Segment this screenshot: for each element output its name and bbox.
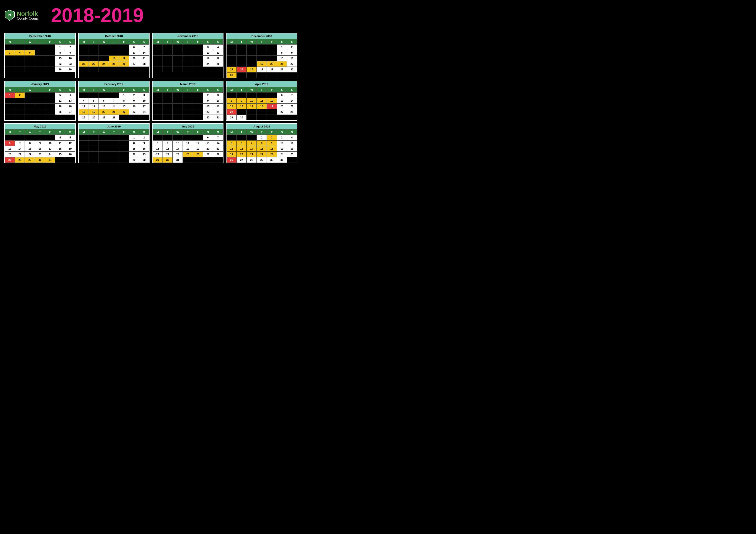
calendar-day: 10	[277, 140, 287, 146]
calendar-day: 22	[287, 61, 297, 67]
calendar-day: 29	[25, 157, 35, 163]
calendar-day: 8	[25, 140, 35, 146]
calendar-day	[5, 115, 15, 120]
calendar-day: 29	[257, 157, 267, 163]
calendar-day	[109, 135, 119, 140]
calendar-day: 28	[139, 61, 149, 67]
calendar-day: 2	[65, 44, 75, 50]
day-header: T	[109, 39, 119, 44]
calendar-day: 21	[277, 61, 287, 67]
calendar-day: 8	[277, 50, 287, 56]
calendar-grid-mar2019: MTWTFSS23910161723243031	[152, 87, 223, 120]
calendar-day: 27	[277, 109, 287, 115]
calendar-day: 25	[79, 115, 89, 120]
calendar-day: 22	[79, 61, 89, 67]
calendar-day	[119, 157, 129, 163]
calendar-day	[227, 135, 237, 140]
calendar-day: 24	[173, 152, 183, 157]
day-header: S	[55, 39, 65, 44]
day-header: F	[267, 39, 277, 44]
day-header: S	[139, 39, 149, 44]
calendar-day: 9	[163, 140, 173, 146]
calendar-day: 24	[213, 109, 223, 115]
calendar-day	[5, 135, 15, 140]
calendar-day: 3	[139, 92, 149, 98]
calendar-day: 20	[129, 56, 139, 61]
day-header: M	[227, 39, 237, 44]
calendar-day: 28	[213, 152, 223, 157]
calendar-day: 14	[247, 146, 257, 152]
calendar-day: 6	[5, 140, 15, 146]
calendar-day	[89, 157, 99, 163]
day-header: W	[25, 129, 35, 135]
calendar-day	[183, 50, 193, 56]
day-header: T	[163, 87, 173, 92]
calendar-day: 7	[213, 135, 223, 140]
calendar-day	[25, 56, 35, 61]
calendar-day	[5, 109, 15, 115]
calendar-day	[45, 115, 55, 120]
calendar-day	[183, 104, 193, 109]
calendar-day: 17	[277, 146, 287, 152]
calendar-day	[15, 44, 25, 50]
calendar-day: 2	[287, 44, 297, 50]
calendar-day: 13	[203, 140, 213, 146]
calendar-day	[35, 44, 45, 50]
calendar-day	[79, 157, 89, 163]
calendar-day	[173, 50, 183, 56]
calendar-grid-nov2018: MTWTFSS34101117182425	[152, 39, 223, 72]
calendar-day: 25	[213, 61, 223, 67]
calendar-day	[15, 67, 25, 72]
calendar-oct2018: October 2018MTWTFSS671314181920212223242…	[78, 33, 149, 78]
calendar-jan2019: January 2019MTWTFSS1256121319202627	[4, 81, 76, 121]
calendar-day	[119, 44, 129, 50]
calendar-day: 30	[139, 157, 149, 163]
calendar-day: 12	[193, 140, 203, 146]
day-header: M	[227, 129, 237, 135]
calendar-day: 20	[65, 104, 75, 109]
calendar-day: 24	[45, 152, 55, 157]
calendar-day: 21	[287, 104, 297, 109]
calendar-day	[99, 157, 109, 163]
calendar-title-jul2019: July 2019	[152, 124, 223, 129]
day-header: F	[267, 87, 277, 92]
calendar-apr2019: April 2019MTWTFSS67891011121314151617181…	[226, 81, 297, 121]
calendar-day	[119, 152, 129, 157]
calendar-day	[45, 98, 55, 104]
day-header: W	[99, 87, 109, 92]
calendar-day	[183, 56, 193, 61]
calendar-day: 2	[139, 135, 149, 140]
calendar-day: 19	[193, 146, 203, 152]
calendar-day	[5, 104, 15, 109]
calendar-day: 19	[89, 109, 99, 115]
calendar-day	[79, 152, 89, 157]
day-header: M	[79, 129, 89, 135]
calendar-day	[203, 157, 213, 163]
calendar-day	[183, 92, 193, 98]
calendar-day: 18	[183, 146, 193, 152]
calendar-day: 18	[55, 146, 65, 152]
day-header: M	[152, 87, 163, 92]
day-header: F	[193, 39, 203, 44]
calendar-day	[35, 67, 45, 72]
calendar-day	[55, 157, 65, 163]
calendar-day	[237, 135, 247, 140]
svg-text:N: N	[9, 13, 11, 17]
calendar-day	[99, 44, 109, 50]
calendar-day	[247, 72, 257, 78]
calendar-day: 10	[45, 140, 55, 146]
calendar-day	[257, 44, 267, 50]
logo-text: Norfolk County Council	[17, 11, 40, 20]
calendar-day	[25, 104, 35, 109]
calendar-day: 2	[203, 92, 213, 98]
calendar-day	[163, 115, 173, 120]
calendar-day: 12	[55, 98, 65, 104]
calendar-day	[287, 72, 297, 78]
calendar-day	[119, 50, 129, 56]
day-header: T	[257, 129, 267, 135]
calendar-day	[267, 72, 277, 78]
calendar-day: 22	[257, 152, 267, 157]
calendar-day: 14	[109, 104, 119, 109]
calendar-day: 20	[99, 109, 109, 115]
calendar-day: 11	[183, 140, 193, 146]
